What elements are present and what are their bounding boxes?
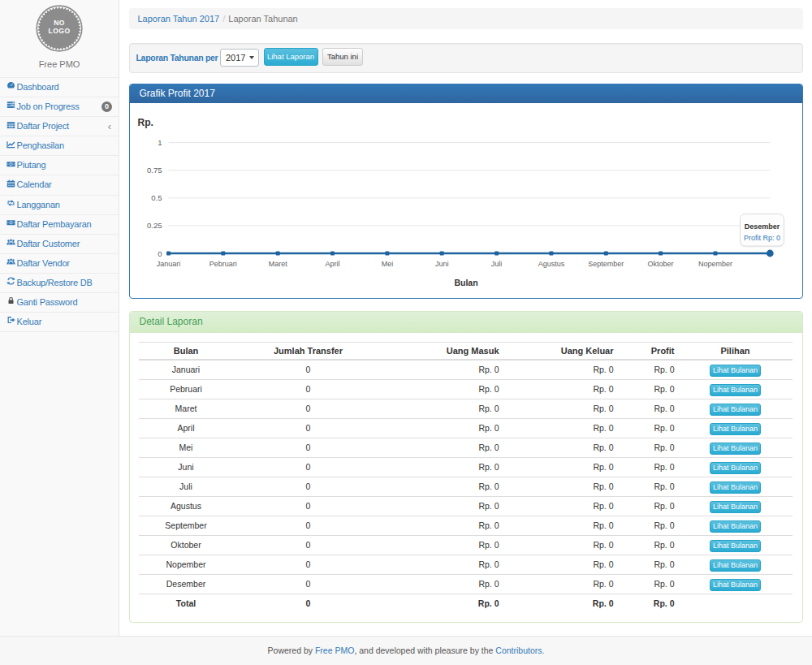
svg-text:Agustus: Agustus — [538, 260, 564, 268]
svg-text:Juli: Juli — [490, 260, 502, 268]
svg-text:LOGO: LOGO — [48, 27, 70, 35]
svg-text:Juni: Juni — [434, 260, 448, 268]
svg-text:1: 1 — [158, 138, 162, 147]
svg-text:Maret: Maret — [268, 260, 287, 268]
svg-text:Profit Rp: 0: Profit Rp: 0 — [743, 234, 780, 242]
svg-text:0.75: 0.75 — [147, 166, 162, 175]
svg-text:Bulan: Bulan — [454, 278, 477, 287]
svg-text:Rp.: Rp. — [137, 117, 153, 128]
svg-text:Oktober: Oktober — [647, 260, 673, 268]
svg-text:September: September — [588, 260, 624, 268]
svg-text:April: April — [325, 260, 339, 268]
svg-text:Januari: Januari — [156, 260, 180, 268]
svg-text:Pebruari: Pebruari — [209, 260, 236, 268]
svg-text:0.25: 0.25 — [147, 221, 162, 230]
svg-text:NO: NO — [54, 19, 65, 27]
svg-text:Nopember: Nopember — [698, 260, 732, 268]
svg-text:0: 0 — [158, 249, 162, 258]
svg-text:Mei: Mei — [381, 260, 393, 268]
svg-text:0.5: 0.5 — [151, 193, 162, 202]
svg-text:Desember: Desember — [744, 222, 780, 231]
